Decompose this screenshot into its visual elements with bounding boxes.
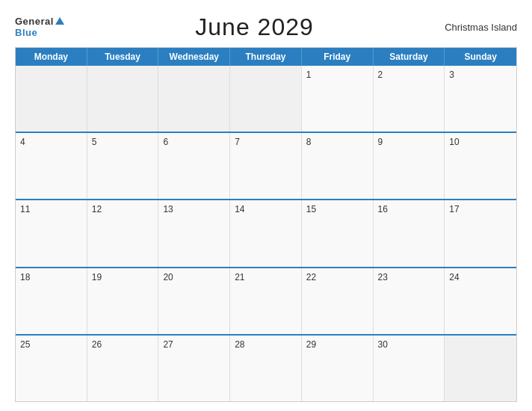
cell-w1-thu bbox=[230, 66, 302, 132]
calendar-header: Monday Tuesday Wednesday Thursday Friday… bbox=[16, 48, 516, 66]
cell-w2-mon: 4 bbox=[16, 133, 87, 199]
col-tuesday: Tuesday bbox=[87, 48, 159, 66]
cell-w3-thu: 14 bbox=[230, 200, 302, 266]
cell-w5-sat: 30 bbox=[374, 336, 445, 401]
cell-w1-sun: 3 bbox=[445, 66, 516, 132]
cell-w2-fri: 8 bbox=[302, 133, 374, 199]
cell-w3-fri: 15 bbox=[302, 200, 374, 266]
cell-w2-thu: 7 bbox=[230, 133, 302, 199]
col-wednesday: Wednesday bbox=[158, 48, 230, 66]
cell-w2-wed: 6 bbox=[158, 133, 230, 199]
cell-w5-wed: 27 bbox=[158, 336, 230, 401]
cell-w5-thu: 28 bbox=[230, 336, 302, 401]
week-3: 11 12 13 14 15 16 17 bbox=[16, 199, 516, 266]
cell-w5-fri: 29 bbox=[302, 336, 374, 401]
cell-w1-wed bbox=[158, 66, 230, 132]
col-monday: Monday bbox=[16, 48, 87, 66]
cell-w1-sat: 2 bbox=[374, 66, 445, 132]
cell-w5-mon: 25 bbox=[16, 336, 87, 401]
logo-triangle-icon bbox=[55, 17, 64, 25]
cell-w4-fri: 22 bbox=[302, 268, 374, 334]
cell-w5-tue: 26 bbox=[87, 336, 159, 401]
cell-w4-sun: 24 bbox=[445, 268, 516, 334]
col-thursday: Thursday bbox=[230, 48, 302, 66]
location-label: Christmas Island bbox=[445, 22, 517, 33]
calendar: Monday Tuesday Wednesday Thursday Friday… bbox=[15, 47, 517, 402]
cell-w2-tue: 5 bbox=[87, 133, 159, 199]
cell-w3-wed: 13 bbox=[158, 200, 230, 266]
week-5: 25 26 27 28 29 30 bbox=[16, 334, 516, 401]
cell-w1-fri: 1 bbox=[302, 66, 374, 132]
cell-w3-sun: 17 bbox=[445, 200, 516, 266]
cell-w2-sat: 9 bbox=[374, 133, 445, 199]
logo: General Blue bbox=[15, 16, 64, 38]
cell-w4-sat: 23 bbox=[374, 268, 445, 334]
logo-general-text: General bbox=[15, 16, 64, 27]
week-2: 4 5 6 7 8 9 10 bbox=[16, 132, 516, 199]
week-1: 1 2 3 bbox=[16, 66, 516, 132]
cell-w1-tue bbox=[87, 66, 159, 132]
col-friday: Friday bbox=[302, 48, 374, 66]
cell-w4-thu: 21 bbox=[230, 268, 302, 334]
cell-w4-tue: 19 bbox=[87, 268, 159, 334]
header: General Blue June 2029 Christmas Island bbox=[15, 13, 517, 41]
page: General Blue June 2029 Christmas Island … bbox=[0, 0, 532, 411]
cell-w3-mon: 11 bbox=[16, 200, 87, 266]
col-saturday: Saturday bbox=[374, 48, 445, 66]
logo-blue-text: Blue bbox=[15, 28, 64, 38]
cell-w4-mon: 18 bbox=[16, 268, 87, 334]
cell-w3-tue: 12 bbox=[87, 200, 159, 266]
cell-w2-sun: 10 bbox=[445, 133, 516, 199]
calendar-title: June 2029 bbox=[195, 13, 313, 41]
col-sunday: Sunday bbox=[445, 48, 516, 66]
cell-w3-sat: 16 bbox=[374, 200, 445, 266]
cell-w5-sun bbox=[445, 336, 516, 401]
week-4: 18 19 20 21 22 23 24 bbox=[16, 267, 516, 334]
cell-w4-wed: 20 bbox=[158, 268, 230, 334]
calendar-body: 1 2 3 4 5 6 7 8 9 10 11 12 13 14 15 16 bbox=[16, 66, 516, 401]
cell-w1-mon bbox=[16, 66, 87, 132]
